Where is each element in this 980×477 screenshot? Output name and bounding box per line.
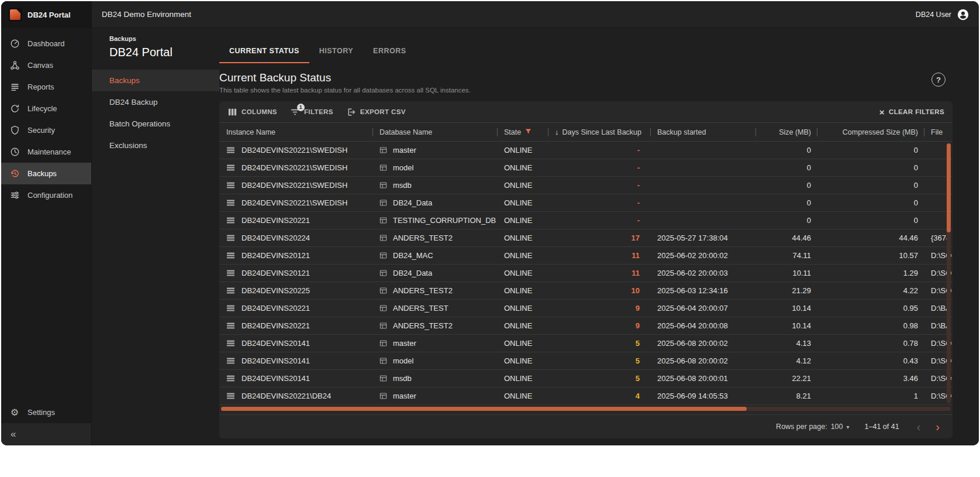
columns-button[interactable]: COLUMNS xyxy=(227,107,277,117)
subnav-item-db24-backup[interactable]: DB24 Backup xyxy=(92,91,219,113)
table-row[interactable]: DB24DEVINS20221 ANDERS_TEST ONLINE 9 202… xyxy=(219,300,953,317)
database-name-cell: model xyxy=(372,352,497,369)
tab-errors[interactable]: ERRORS xyxy=(363,41,416,63)
sidebar-item-lifecycle[interactable]: Lifecycle xyxy=(1,98,91,119)
grid-footer: Rows per page: 100 ▾ 1–41 of 41 ‹ › xyxy=(219,414,953,438)
sidebar-collapse-button[interactable]: « xyxy=(1,423,91,445)
sidebar-item-canvas[interactable]: Canvas xyxy=(1,54,91,76)
size-cell: 10.11 xyxy=(755,265,817,282)
database-table-icon xyxy=(379,287,388,295)
filters-badge: 1 xyxy=(297,104,305,111)
column-header-size-mb[interactable]: Size (MB) xyxy=(755,123,817,141)
column-header-backup-started[interactable]: Backup started xyxy=(650,123,755,141)
grid-rows: DB24DEVINS20221\SWEDISH master ONLINE - … xyxy=(219,142,953,405)
clear-filters-button[interactable]: × CLEAR FILTERS xyxy=(879,108,944,116)
status-badge: ONLINE xyxy=(504,374,532,383)
table-row[interactable]: DB24DEVINS20221 TESTING_CORRUPTION_DB ON… xyxy=(219,212,953,229)
content-column: DB24 Demo Environment DB24 User Backups … xyxy=(92,1,979,445)
export-csv-button[interactable]: EXPORT CSV xyxy=(346,107,406,117)
close-icon: × xyxy=(879,108,885,116)
instance-icon xyxy=(226,269,236,278)
table-row[interactable]: DB24DEVINS20141 master ONLINE 5 2025-06-… xyxy=(219,335,953,352)
subnav-item-backups[interactable]: Backups xyxy=(92,70,219,91)
rows-per-page-select[interactable]: Rows per page: 100 ▾ xyxy=(776,423,849,431)
table-row[interactable]: DB24DEVINS20141 model ONLINE 5 2025-06-0… xyxy=(219,352,953,370)
export-icon xyxy=(346,107,356,117)
table-row[interactable]: DB24DEVINS20221\SWEDISH msdb ONLINE - 0 … xyxy=(219,177,953,194)
tab-history[interactable]: HISTORY xyxy=(309,41,363,63)
column-header-days-since-last-backup[interactable]: ↓ Days Since Last Backup xyxy=(548,123,650,141)
filter-list-icon: 1 xyxy=(290,107,300,117)
size-cell: 22.21 xyxy=(755,370,817,387)
column-header-instance-name[interactable]: Instance Name xyxy=(219,123,372,141)
table-row[interactable]: DB24DEVINS20121 DB24_MAC ONLINE 11 2025-… xyxy=(219,247,953,265)
sidebar-item-maintenance[interactable]: Maintenance xyxy=(1,141,91,163)
status-badge: ONLINE xyxy=(504,251,532,260)
compressed-size-cell: 1 xyxy=(817,387,924,404)
table-row[interactable]: DB24DEVINS20225 ANDERS_TEST2 ONLINE 10 2… xyxy=(219,282,953,300)
subnav-item-batch-operations[interactable]: Batch Operations xyxy=(92,113,219,135)
column-header-database-name[interactable]: Database Name xyxy=(372,123,497,141)
database-table-icon xyxy=(379,269,388,277)
column-header-state[interactable]: State xyxy=(497,123,548,141)
status-badge: ONLINE xyxy=(504,304,532,313)
days-since-last-backup-cell: 5 xyxy=(548,335,650,352)
database-name-cell: TESTING_CORRUPTION_DB xyxy=(372,212,497,229)
instance-name-cell: DB24DEVINS20221\SWEDISH xyxy=(219,194,372,211)
status-badge: ONLINE xyxy=(504,163,532,172)
sidebar-item-backups[interactable]: Backups xyxy=(1,163,91,184)
instance-name-cell: DB24DEVINS20121 xyxy=(219,247,372,264)
backup-started-cell: 2025-06-08 20:00:01 xyxy=(650,370,755,387)
table-row[interactable]: DB24DEVINS20221 ANDERS_TEST2 ONLINE 9 20… xyxy=(219,317,953,335)
instance-name-cell: DB24DEVINS20221 xyxy=(219,212,372,229)
sort-desc-icon[interactable]: ↓ xyxy=(555,128,559,136)
sidebar-item-configuration[interactable]: Configuration xyxy=(1,184,91,206)
horizontal-scrollbar-thumb[interactable] xyxy=(221,407,747,411)
user-menu[interactable]: DB24 User xyxy=(916,8,969,21)
vertical-scrollbar-thumb[interactable] xyxy=(947,143,951,232)
state-cell: ONLINE xyxy=(497,317,548,334)
sidebar-item-label: Reports xyxy=(27,83,54,91)
column-header-compressed-size-mb[interactable]: Compressed Size (MB) xyxy=(817,123,924,141)
instance-icon xyxy=(226,356,236,366)
instance-icon xyxy=(226,234,236,243)
status-badge: ONLINE xyxy=(504,146,532,155)
compressed-size-cell: 0 xyxy=(817,159,924,176)
table-row[interactable]: DB24DEVINS20221\SWEDISH model ONLINE - 0… xyxy=(219,159,953,177)
vertical-scrollbar[interactable] xyxy=(947,143,951,403)
breadcrumb[interactable]: Backups xyxy=(92,35,219,42)
app-logo-icon xyxy=(8,8,22,22)
previous-page-button[interactable]: ‹ xyxy=(915,420,923,434)
tab-current-status[interactable]: CURRENT STATUS xyxy=(219,41,309,63)
sidebar-item-security[interactable]: Security xyxy=(1,119,91,141)
backup-started-cell: 2025-05-27 17:38:04 xyxy=(650,229,755,246)
table-row[interactable]: DB24DEVINS20141 msdb ONLINE 5 2025-06-08… xyxy=(219,370,953,387)
state-cell: ONLINE xyxy=(497,177,548,194)
table-row[interactable]: DB24DEVINS20224 ANDERS_TEST2 ONLINE 17 2… xyxy=(219,229,953,247)
table-row[interactable]: DB24DEVINS20121 DB24_Data ONLINE 11 2025… xyxy=(219,265,953,282)
database-table-icon xyxy=(379,357,388,365)
database-table-icon xyxy=(379,322,388,330)
table-row[interactable]: DB24DEVINS20221\SWEDISH DB24_Data ONLINE… xyxy=(219,194,953,212)
table-row[interactable]: DB24DEVINS20221\DB24 master ONLINE 4 202… xyxy=(219,387,953,405)
horizontal-scrollbar[interactable] xyxy=(221,407,951,411)
filters-button[interactable]: 1 FILTERS xyxy=(290,107,333,117)
status-badge: ONLINE xyxy=(504,392,532,400)
state-cell: ONLINE xyxy=(497,229,548,246)
next-page-button[interactable]: › xyxy=(933,420,942,434)
database-table-icon xyxy=(379,252,388,260)
sidebar-item-settings[interactable]: ⚙ Settings xyxy=(1,401,91,423)
database-table-icon xyxy=(379,164,388,172)
column-header-file[interactable]: File xyxy=(924,123,953,141)
sidebar-item-reports[interactable]: Reports xyxy=(1,76,91,98)
instance-name-cell: DB24DEVINS20221\SWEDISH xyxy=(219,142,372,159)
table-row[interactable]: DB24DEVINS20221\SWEDISH master ONLINE - … xyxy=(219,142,953,159)
backup-started-cell: 2025-06-09 14:05:53 xyxy=(650,387,755,404)
days-since-last-backup-cell: 5 xyxy=(548,370,650,387)
subnav-item-exclusions[interactable]: Exclusions xyxy=(92,135,219,156)
backup-started-cell xyxy=(650,194,755,211)
sidebar-item-dashboard[interactable]: Dashboard xyxy=(1,33,91,54)
help-icon[interactable]: ? xyxy=(931,73,946,87)
database-table-icon xyxy=(379,339,388,348)
filter-funnel-icon[interactable] xyxy=(524,128,532,137)
